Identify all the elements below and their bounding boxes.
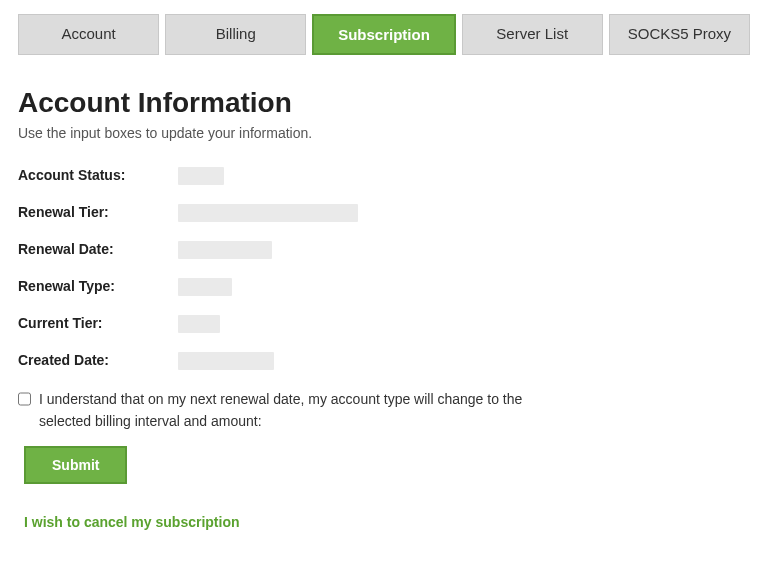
value-created-date [178, 352, 274, 373]
tab-bar: Account Billing Subscription Server List… [18, 14, 750, 55]
label-current-tier: Current Tier: [18, 315, 178, 331]
field-current-tier: Current Tier: [18, 315, 750, 336]
label-renewal-tier: Renewal Tier: [18, 204, 178, 220]
field-renewal-tier: Renewal Tier: [18, 204, 750, 225]
tab-server-list[interactable]: Server List [462, 14, 603, 55]
account-fields: Account Status: Renewal Tier: Renewal Da… [18, 167, 750, 373]
consent-row[interactable]: I understand that on my next renewal dat… [18, 389, 558, 432]
tab-subscription[interactable]: Subscription [312, 14, 455, 55]
value-current-tier [178, 315, 220, 336]
field-account-status: Account Status: [18, 167, 750, 188]
cancel-subscription-link[interactable]: I wish to cancel my subscription [24, 514, 750, 530]
redacted-value [178, 241, 272, 259]
field-renewal-date: Renewal Date: [18, 241, 750, 262]
value-renewal-date [178, 241, 272, 262]
tab-socks5-proxy[interactable]: SOCKS5 Proxy [609, 14, 750, 55]
label-renewal-type: Renewal Type: [18, 278, 178, 294]
redacted-value [178, 352, 274, 370]
redacted-value [178, 204, 358, 222]
label-created-date: Created Date: [18, 352, 178, 368]
redacted-value [178, 278, 232, 296]
label-renewal-date: Renewal Date: [18, 241, 178, 257]
page-subtitle: Use the input boxes to update your infor… [18, 125, 750, 141]
value-renewal-tier [178, 204, 358, 225]
tab-account[interactable]: Account [18, 14, 159, 55]
consent-text: I understand that on my next renewal dat… [39, 389, 558, 432]
redacted-value [178, 167, 224, 185]
redacted-value [178, 315, 220, 333]
consent-checkbox[interactable] [18, 392, 31, 406]
field-renewal-type: Renewal Type: [18, 278, 750, 299]
page-title: Account Information [18, 87, 750, 119]
submit-button[interactable]: Submit [24, 446, 127, 484]
field-created-date: Created Date: [18, 352, 750, 373]
value-renewal-type [178, 278, 232, 299]
tab-billing[interactable]: Billing [165, 14, 306, 55]
label-account-status: Account Status: [18, 167, 178, 183]
value-account-status [178, 167, 224, 188]
